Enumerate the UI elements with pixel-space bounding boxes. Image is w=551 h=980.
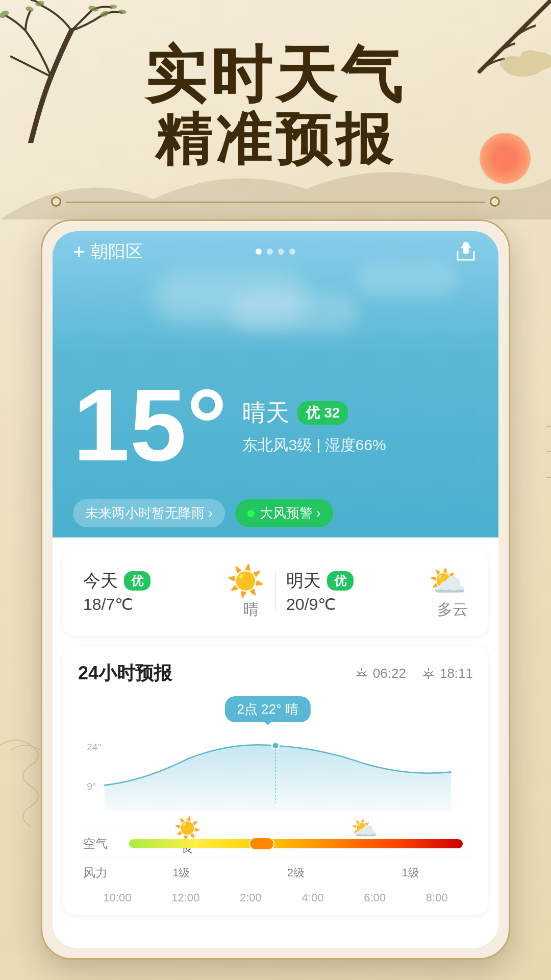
chart-icon-cloudy: ⛅: [351, 816, 378, 856]
time-200: 2:00: [240, 891, 262, 904]
location-name: 朝阳区: [91, 240, 143, 263]
wind-level-1: 1级: [172, 865, 190, 880]
tomorrow-item[interactable]: 明天 优 20/9℃ ⛅ 多云: [286, 563, 468, 620]
svg-text:9°: 9°: [87, 781, 96, 792]
today-item[interactable]: 今天 优 18/7℃ ☀️ 晴: [83, 563, 265, 620]
wind-alert-bar[interactable]: 大风预警 ›: [235, 499, 333, 527]
today-weather-icon: ☀️: [227, 563, 265, 599]
sunrise-icon: [355, 667, 369, 681]
svg-point-6: [110, 5, 117, 9]
forecast-title: 24小时预报: [78, 661, 172, 686]
dot-1[interactable]: [256, 249, 262, 255]
condition-text: 晴天: [242, 397, 289, 429]
dot-4[interactable]: [289, 249, 295, 255]
wind-humidity-text: 东北风3级 | 湿度66%: [242, 435, 386, 456]
weather-info: 晴天 优 32 东北风3级 | 湿度66%: [242, 397, 386, 456]
svg-text:24°: 24°: [87, 742, 102, 752]
phone-card-wrapper: + 朝阳区: [41, 219, 510, 960]
tomorrow-label: 明天: [286, 569, 321, 593]
today-condition: 晴: [243, 599, 259, 620]
time-800: 8:00: [426, 891, 448, 904]
wind-row: 风力 1级 2级 1级: [78, 858, 473, 887]
rain-alert-bar[interactable]: 未来两小时暂无降雨 ›: [73, 499, 225, 527]
tomorrow-temp: 20/9℃: [286, 595, 354, 614]
time-600: 6:00: [364, 891, 386, 904]
left-wave-decoration: [0, 735, 46, 837]
divider-circle-left: [51, 197, 61, 207]
svg-point-5: [118, 9, 127, 15]
wind-alert-text: 大风预警 ›: [260, 504, 321, 522]
air-quality-bar: [129, 839, 463, 848]
alert-bars: 未来两小时暂无降雨 › 大风预警 ›: [73, 499, 478, 527]
title-line1: 实时天气: [0, 41, 551, 108]
chart-area: 2点 22° 晴 24° 9°: [78, 696, 473, 829]
phone-frame: + 朝阳区: [41, 219, 510, 960]
sunset-item: 18:11: [421, 666, 473, 681]
sunrise-time: 06:22: [373, 666, 406, 681]
forecast-meta: 06:22 18:11: [355, 666, 473, 681]
chart-icons-row: ☀️良 ⛅: [78, 816, 473, 856]
wind-alert-dot: [247, 510, 255, 517]
today-label: 今天: [83, 569, 118, 593]
wind-level-2: 2级: [287, 865, 305, 880]
forecast-header: 24小时预报 06:22 18:11: [78, 661, 473, 686]
divider-circle-right: [490, 197, 500, 207]
plus-icon: +: [73, 240, 85, 263]
sunset-icon: [421, 667, 436, 681]
temperature-value: 15°: [73, 374, 227, 476]
tomorrow-condition: 多云: [437, 599, 468, 620]
temperature-display: 15° 晴天 优 32 东北风3级 | 湿度66%: [73, 374, 386, 476]
time-1200: 12:00: [171, 891, 199, 904]
rain-alert-text: 未来两小时暂无降雨 ›: [85, 504, 213, 522]
weather-topbar: + 朝阳区: [53, 231, 498, 272]
page-dots: [256, 249, 295, 255]
forecast-section: 24小时预报 06:22 18:11: [63, 646, 488, 915]
time-labels-row: 10:00 12:00 2:00 4:00 6:00 8:00: [78, 887, 473, 904]
title-section: 实时天气 精准预报: [0, 41, 551, 170]
weather-sky: + 朝阳区: [53, 231, 498, 537]
time-1000: 10:00: [103, 891, 131, 904]
add-location-button[interactable]: + 朝阳区: [73, 240, 143, 263]
dot-3[interactable]: [278, 249, 284, 255]
title-line2: 精准预报: [0, 108, 551, 170]
condition-row: 晴天 优 32: [242, 397, 386, 429]
tomorrow-badge: 优: [327, 571, 354, 591]
wind-levels: 1级 2级 1级: [124, 865, 468, 880]
day-forecast-row: 今天 优 18/7℃ ☀️ 晴 明天 优: [63, 548, 488, 635]
sunrise-item: 06:22: [355, 666, 406, 681]
day-divider: [275, 571, 276, 612]
time-400: 4:00: [302, 891, 324, 904]
tomorrow-weather-icon: ⛅: [429, 563, 467, 599]
chart-tooltip: 2点 22° 晴: [224, 696, 310, 722]
right-cloud-decoration: [520, 419, 551, 480]
divider: [51, 194, 500, 209]
dot-2[interactable]: [267, 249, 273, 255]
sky-cloud2: [231, 292, 359, 333]
share-button[interactable]: [454, 239, 478, 264]
chart-icon-sunny: ☀️良: [174, 816, 201, 856]
today-badge: 优: [124, 571, 151, 591]
temperature-chart: 24° 9°: [78, 717, 473, 819]
today-temp: 18/7℃: [83, 595, 151, 614]
phone-inner: + 朝阳区: [53, 231, 498, 948]
air-quality-indicator: [249, 837, 274, 850]
wind-level-3: 1级: [402, 865, 419, 880]
wind-label: 风力: [83, 865, 124, 881]
sunset-time: 18:11: [440, 666, 473, 681]
aqi-badge: 优 32: [297, 401, 348, 425]
